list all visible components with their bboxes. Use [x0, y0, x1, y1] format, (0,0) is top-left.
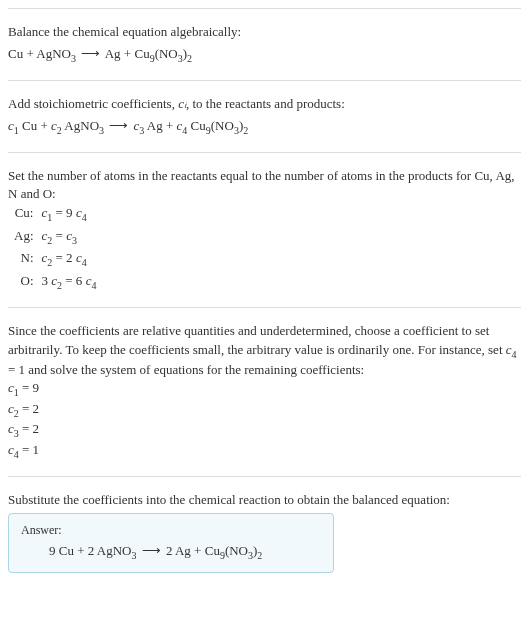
heading-atoms: Set the number of atoms in the reactants… — [8, 167, 521, 203]
element-equation: c1 = 9 c4 — [40, 203, 103, 226]
equation-unbalanced: Cu + AgNO3 ⟶ Ag + Cu9(NO3)2 — [8, 45, 521, 66]
heading-solve: Since the coefficients are relative quan… — [8, 322, 521, 379]
atom-balance-table: Cu: c1 = 9 c4 Ag: c2 = c3 N: c2 = 2 c4 O… — [12, 203, 102, 293]
section-balance: Balance the chemical equation algebraica… — [8, 8, 521, 80]
balanced-equation: 9 Cu + 2 AgNO3 ⟶ 2 Ag + Cu9(NO3)2 — [21, 542, 321, 563]
section-atoms: Set the number of atoms in the reactants… — [8, 152, 521, 308]
table-row: O: 3 c2 = 6 c4 — [12, 271, 102, 294]
table-row: Ag: c2 = c3 — [12, 226, 102, 249]
coef-line: c4 = 1 — [8, 441, 521, 462]
equation-with-coeffs: c1 Cu + c2 AgNO3 ⟶ c3 Ag + c4 Cu9(NO3)2 — [8, 117, 521, 138]
table-row: Cu: c1 = 9 c4 — [12, 203, 102, 226]
element-label: Ag: — [12, 226, 40, 249]
element-equation: c2 = 2 c4 — [40, 248, 103, 271]
coef-line: c1 = 9 — [8, 379, 521, 400]
heading-balance: Balance the chemical equation algebraica… — [8, 23, 521, 41]
element-equation: c2 = c3 — [40, 226, 103, 249]
heading-stoich: Add stoichiometric coefficients, cᵢ, to … — [8, 95, 521, 113]
var-ci: cᵢ — [178, 96, 186, 111]
section-stoich: Add stoichiometric coefficients, cᵢ, to … — [8, 80, 521, 152]
element-label: O: — [12, 271, 40, 294]
element-label: N: — [12, 248, 40, 271]
coef-line: c3 = 2 — [8, 420, 521, 441]
coefficient-list: c1 = 9 c2 = 2 c3 = 2 c4 = 1 — [8, 379, 521, 461]
section-solve: Since the coefficients are relative quan… — [8, 307, 521, 475]
answer-label: Answer: — [21, 522, 321, 539]
section-answer: Substitute the coefficients into the che… — [8, 476, 521, 588]
heading-substitute: Substitute the coefficients into the che… — [8, 491, 521, 509]
coef-line: c2 = 2 — [8, 400, 521, 421]
element-equation: 3 c2 = 6 c4 — [40, 271, 103, 294]
element-label: Cu: — [12, 203, 40, 226]
table-row: N: c2 = 2 c4 — [12, 248, 102, 271]
answer-box: Answer: 9 Cu + 2 AgNO3 ⟶ 2 Ag + Cu9(NO3)… — [8, 513, 334, 573]
